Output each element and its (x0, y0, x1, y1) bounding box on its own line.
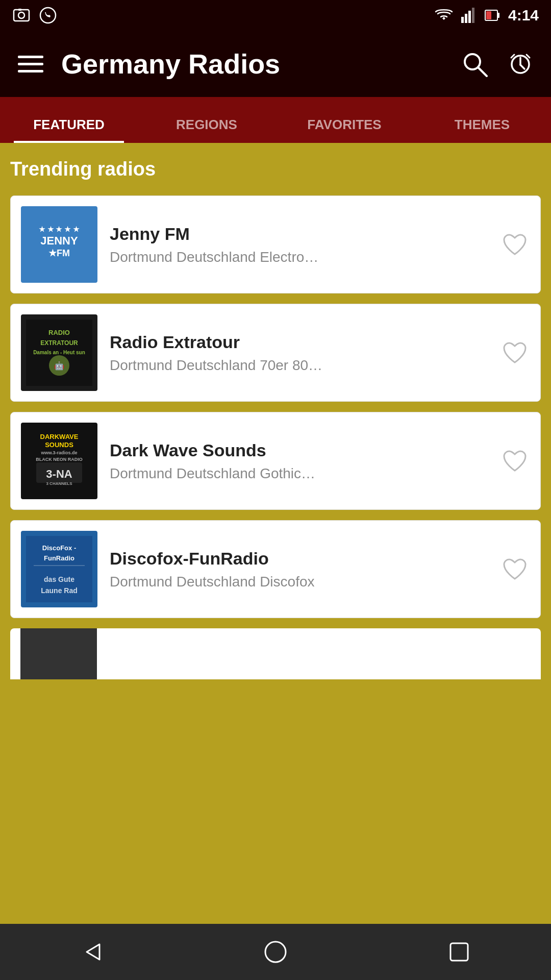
tab-featured[interactable]: FEATURED (0, 97, 138, 143)
radio-info-discofox: Discofox-FunRadio Dortmund Deutschland D… (110, 549, 487, 590)
svg-text:das Gute: das Gute (44, 575, 74, 583)
svg-text:🤖: 🤖 (54, 361, 64, 371)
svg-text:JENNY: JENNY (40, 234, 78, 247)
svg-text:★FM: ★FM (48, 248, 70, 258)
favorite-button-extratour[interactable] (499, 337, 530, 368)
wifi-icon (435, 8, 453, 23)
svg-line-19 (511, 55, 514, 58)
search-button[interactable] (459, 48, 490, 79)
radio-thumbnail-jenny-fm: ★ ★ ★ ★ ★ JENNY ★FM (21, 206, 97, 283)
tab-regions[interactable]: REGIONS (138, 97, 276, 143)
svg-text:EXTRATOUR: EXTRATOUR (40, 339, 78, 347)
svg-rect-13 (18, 70, 43, 72)
svg-text:Laune Rad: Laune Rad (41, 586, 78, 595)
alarm-button[interactable] (505, 48, 536, 79)
section-title: Trending radios (10, 158, 541, 180)
svg-text:RADIO: RADIO (48, 329, 70, 336)
photo-icon (12, 6, 31, 24)
home-button[interactable] (255, 932, 296, 972)
app-header: Germany Radios (0, 31, 551, 97)
svg-rect-4 (461, 17, 464, 23)
svg-text:3-NA: 3-NA (46, 468, 72, 480)
radio-desc: Dortmund Deutschland Discofox (110, 574, 487, 590)
status-bar-right: 4:14 (435, 7, 539, 24)
radio-desc: Dortmund Deutschland Gothic… (110, 465, 487, 482)
radio-info-darkwave: Dark Wave Sounds Dortmund Deutschland Go… (110, 440, 487, 482)
radio-card-jenny-fm[interactable]: ★ ★ ★ ★ ★ JENNY ★FM Jenny FM Dortmund De… (10, 195, 541, 293)
radio-name: Jenny FM (110, 224, 487, 244)
svg-rect-6 (468, 11, 471, 23)
svg-line-20 (527, 55, 530, 58)
svg-rect-45 (20, 628, 71, 667)
svg-text:3 CHANNELS: 3 CHANNELS (46, 481, 72, 486)
svg-text:www.3-radios.de: www.3-radios.de (40, 450, 77, 455)
recents-button[interactable] (439, 932, 480, 972)
favorite-button-jenny-fm[interactable] (499, 229, 530, 260)
svg-rect-48 (450, 943, 468, 961)
favorite-button-darkwave[interactable] (499, 446, 530, 476)
radio-thumbnail-extratour: RADIO EXTRATOUR Damals an - Heut sun 🤖 (21, 314, 97, 391)
svg-line-18 (520, 65, 524, 69)
radio-card-darkwave[interactable]: DARKWAVE SOUNDS www.3-radios.de BLACK NE… (10, 412, 541, 510)
radio-desc: Dortmund Deutschland 70er 80… (110, 357, 487, 374)
radio-name: Radio Extratour (110, 332, 487, 352)
radio-desc: Dortmund Deutschland Electro… (110, 249, 487, 265)
back-button[interactable] (71, 932, 112, 972)
partial-thumbnail (20, 628, 97, 679)
svg-rect-11 (18, 56, 43, 58)
svg-text:Damals an - Heut sun: Damals an - Heut sun (33, 350, 85, 355)
status-time: 4:14 (508, 7, 539, 24)
radio-name: Discofox-FunRadio (110, 549, 487, 569)
svg-rect-7 (472, 8, 474, 23)
svg-text:SOUNDS: SOUNDS (45, 441, 73, 449)
svg-point-47 (265, 942, 286, 962)
radio-name: Dark Wave Sounds (110, 440, 487, 460)
svg-text:DARKWAVE: DARKWAVE (40, 433, 79, 440)
radio-info-jenny-fm: Jenny FM Dortmund Deutschland Electro… (110, 224, 487, 265)
svg-rect-9 (497, 13, 499, 18)
svg-line-15 (478, 67, 487, 76)
radio-card-partial[interactable] (10, 628, 541, 679)
favorite-button-discofox[interactable] (499, 554, 530, 584)
tab-favorites[interactable]: FAVORITES (276, 97, 413, 143)
svg-text:★ ★ ★ ★ ★: ★ ★ ★ ★ ★ (39, 225, 80, 233)
radio-card-discofox[interactable]: DiscoFox - FunRadio das Gute Laune Rad D… (10, 520, 541, 618)
menu-button[interactable] (15, 48, 46, 79)
battery-icon (485, 8, 500, 23)
content-area: Trending radios ★ ★ ★ ★ ★ JENNY ★FM Jenn… (0, 143, 551, 924)
radio-thumbnail-darkwave: DARKWAVE SOUNDS www.3-radios.de BLACK NE… (21, 423, 97, 499)
svg-text:FunRadio: FunRadio (44, 554, 74, 562)
signal-icon (461, 8, 477, 23)
svg-text:BLACK NEON RADIO: BLACK NEON RADIO (36, 457, 83, 462)
svg-marker-46 (87, 944, 99, 960)
svg-text:DiscoFox -: DiscoFox - (42, 544, 76, 552)
status-bar-left (12, 6, 57, 24)
svg-rect-12 (18, 63, 43, 65)
tab-themes[interactable]: THEMES (413, 97, 551, 143)
svg-rect-0 (14, 10, 29, 21)
status-bar: 4:14 (0, 0, 551, 31)
svg-point-1 (18, 12, 24, 18)
radio-card-extratour[interactable]: RADIO EXTRATOUR Damals an - Heut sun 🤖 R… (10, 304, 541, 402)
phone-icon (39, 6, 57, 24)
svg-rect-10 (486, 11, 491, 19)
bottom-navigation (0, 924, 551, 980)
svg-rect-5 (465, 14, 467, 23)
radio-thumbnail-discofox: DiscoFox - FunRadio das Gute Laune Rad (21, 531, 97, 607)
svg-rect-2 (18, 9, 21, 11)
radio-info-extratour: Radio Extratour Dortmund Deutschland 70e… (110, 332, 487, 374)
page-title: Germany Radios (61, 48, 444, 80)
tab-bar: FEATURED REGIONS FAVORITES THEMES (0, 97, 551, 143)
